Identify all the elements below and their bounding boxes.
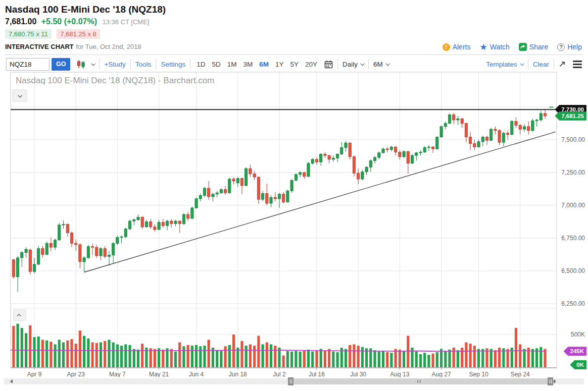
toolbar-right-group: Templates Clear [486, 59, 582, 69]
page-date: for Tue, Oct 2nd, 2018 [76, 43, 141, 50]
range-1y[interactable]: 1Y [275, 61, 284, 68]
svg-text:6,750.00: 6,750.00 [561, 235, 585, 242]
range-5y[interactable]: 5Y [290, 61, 299, 68]
toolbar-divider [190, 59, 190, 69]
bid-quote: 7,680.75 x 11 [5, 29, 52, 39]
alerts-link[interactable]: ! Alerts [443, 43, 471, 51]
range-6m-active[interactable]: 6M [259, 61, 269, 68]
time-scrollbar [0, 377, 588, 385]
svg-text:Jun 18: Jun 18 [229, 371, 247, 377]
toolbar-divider [368, 59, 369, 69]
range-buttons: 1D 5D 1M 3M 6M 1Y 5Y 20Y [197, 61, 317, 68]
volume-ma-badge: 245K [564, 347, 587, 356]
range-1m[interactable]: 1M [227, 61, 237, 68]
frequency-dropdown[interactable]: Daily [342, 61, 364, 68]
svg-text:Jul 16: Jul 16 [309, 371, 325, 377]
svg-text:Sep 24: Sep 24 [511, 371, 530, 377]
chart-type-dropdown[interactable] [76, 59, 94, 69]
templates-dropdown[interactable]: Templates [486, 61, 523, 68]
chart-container: 7,500.007,250.007,000.006,750.006,500.00… [0, 71, 588, 377]
chevron-down-icon [385, 62, 389, 66]
toolbar-divider [99, 59, 100, 69]
chart-canvas[interactable]: 7,500.007,250.007,000.006,750.006,500.00… [0, 71, 588, 377]
chevron-down-icon [361, 62, 365, 66]
share-link[interactable]: Share [519, 43, 548, 51]
bid-ask-row: 7,680.75 x 11 7,681.25 x 8 [5, 29, 583, 39]
svg-text:Jul 30: Jul 30 [350, 371, 366, 377]
star-icon: ★ [479, 43, 487, 51]
range-1d[interactable]: 1D [197, 61, 205, 68]
chevron-down-icon [520, 62, 524, 66]
svg-text:Jun 4: Jun 4 [189, 371, 204, 377]
header-links: ! Alerts ★ Watch Share ? Help [443, 43, 582, 51]
barchart-interactive-chart-page: Nasdaq 100 E-Mini Dec '18 (NQZ18) 7,681.… [0, 0, 588, 391]
range-3m[interactable]: 3M [243, 61, 253, 68]
price-change: +5.50 (+0.07%) [41, 17, 97, 26]
expand-arrow-icon[interactable] [559, 61, 566, 68]
scrollbar-grip[interactable] [417, 380, 421, 383]
tools-button[interactable]: Tools [135, 61, 152, 68]
svg-text:Aug 27: Aug 27 [432, 371, 451, 377]
svg-text:7,250.00: 7,250.00 [561, 169, 585, 176]
range-5d[interactable]: 5D [212, 61, 220, 68]
share-arrow-icon [519, 43, 527, 51]
price-pane-collapse-button[interactable] [12, 89, 27, 102]
help-link[interactable]: ? Help [557, 43, 582, 51]
settings-button[interactable]: Settings [161, 61, 185, 68]
toolbar-divider [156, 59, 156, 69]
svg-text:May 21: May 21 [149, 371, 169, 377]
scrollbar-right-handle[interactable] [548, 377, 553, 385]
toolbar-divider [130, 59, 131, 69]
symbol-input[interactable] [6, 58, 50, 71]
instrument-title: Nasdaq 100 E-Mini Dec '18 (NQZ18) [5, 4, 583, 15]
toolbar-divider [528, 59, 528, 69]
templates-label: Templates [486, 61, 517, 68]
zoom-range-label: 6M [373, 61, 383, 68]
alerts-label: Alerts [453, 43, 471, 51]
go-button[interactable]: GO [52, 58, 70, 71]
candlestick-icon [76, 59, 86, 69]
share-label: Share [529, 43, 548, 51]
quote-header: Nasdaq 100 E-Mini Dec '18 (NQZ18) 7,681.… [0, 0, 588, 55]
frequency-label: Daily [342, 61, 358, 68]
svg-text:Sep 10: Sep 10 [469, 371, 488, 377]
svg-text:Apr 23: Apr 23 [67, 371, 85, 377]
svg-text:May 7: May 7 [109, 371, 126, 377]
chevron-up-icon [17, 314, 21, 318]
chart-watermark: Nasdaq 100 E-Mini Dec '18 (NQZ18) - Barc… [16, 76, 214, 86]
watch-label: Watch [490, 43, 510, 51]
svg-text:Aug 13: Aug 13 [390, 371, 409, 377]
price-row: 7,681.00 +5.50 (+0.07%) 13:36 CT [CME] [5, 17, 583, 26]
last-price: 7,681.00 [5, 17, 36, 26]
svg-text:6,250.00: 6,250.00 [561, 300, 585, 307]
scroll-right-arrow-icon[interactable] [554, 379, 556, 383]
watch-link[interactable]: ★ Watch [479, 43, 509, 51]
svg-text:Apr 9: Apr 9 [27, 371, 42, 377]
zoom-range-dropdown[interactable]: 6M [373, 61, 389, 68]
hamburger-menu-icon[interactable] [573, 61, 582, 68]
svg-text:Jul 2: Jul 2 [273, 371, 286, 377]
alert-exclamation-icon: ! [443, 43, 450, 51]
volume-pane-collapse-button[interactable] [13, 309, 26, 321]
svg-text:6,500.00: 6,500.00 [561, 267, 585, 274]
help-label: Help [567, 43, 582, 51]
chevron-down-icon [18, 93, 22, 97]
page-title-row: INTERACTIVE CHART for Tue, Oct 2nd, 2018… [5, 42, 583, 55]
page-title: INTERACTIVE CHART for Tue, Oct 2nd, 2018 [5, 42, 141, 51]
quote-time: 13:36 CT [CME] [102, 18, 149, 26]
scrollbar-left-handle[interactable] [288, 377, 293, 385]
scroll-left-arrow-icon[interactable] [10, 379, 13, 383]
toolbar-divider [337, 59, 338, 69]
svg-text:7,500.00: 7,500.00 [561, 136, 585, 143]
add-study-button[interactable]: +Study [104, 61, 125, 68]
chevron-down-icon [91, 62, 95, 66]
svg-text:7,000.00: 7,000.00 [561, 202, 585, 209]
calendar-icon[interactable] [324, 60, 333, 69]
range-20y[interactable]: 20Y [305, 61, 317, 68]
ask-quote: 7,681.25 x 8 [57, 29, 100, 39]
svg-text:500K: 500K [571, 331, 585, 338]
toolbar-divider [554, 59, 554, 69]
last-price-badge: 7,681.25 [555, 111, 586, 121]
page-label: INTERACTIVE CHART [5, 43, 74, 50]
clear-button[interactable]: Clear [533, 61, 549, 68]
